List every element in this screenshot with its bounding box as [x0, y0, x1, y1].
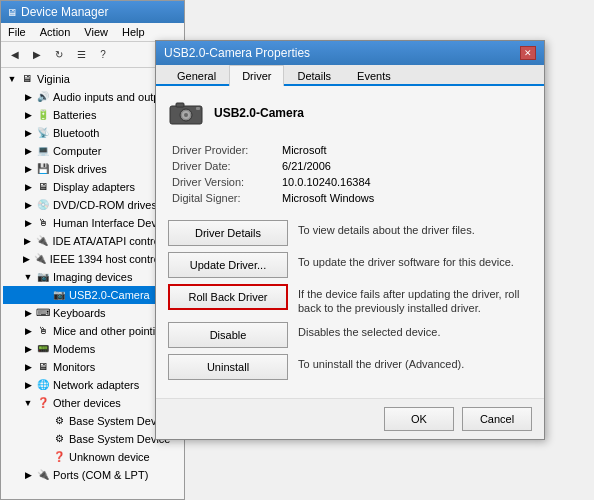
info-table: Driver Provider: Microsoft Driver Date: … [168, 142, 532, 206]
tree-comp-icon: 💻 [35, 143, 51, 159]
tree-cam-icon: 📷 [51, 287, 67, 303]
tree-comp-expand[interactable]: ▶ [21, 143, 35, 159]
btn-row-roll-back: Roll Back Driver If the device fails aft… [168, 284, 532, 316]
roll-back-driver-button[interactable]: Roll Back Driver [168, 284, 288, 310]
update-driver-button[interactable]: Update Driver... [168, 252, 288, 278]
tree-ide-icon: 🔌 [34, 233, 50, 249]
toolbar-back[interactable]: ◀ [5, 45, 25, 65]
info-label-provider: Driver Provider: [168, 142, 278, 158]
tree-other-icon: ❓ [35, 395, 51, 411]
tree-unknown[interactable]: ▶ ❓ Unknown device [3, 448, 182, 466]
tree-bt-label: Bluetooth [53, 125, 99, 141]
tree-disp-label: Display adapters [53, 179, 135, 195]
tree-modem-label: Modems [53, 341, 95, 357]
disable-button[interactable]: Disable [168, 322, 288, 348]
tree-hid-icon: 🖱 [35, 215, 51, 231]
tree-ide-expand[interactable]: ▶ [21, 233, 34, 249]
camera-svg-icon [168, 98, 204, 128]
tab-general[interactable]: General [164, 65, 229, 86]
dialog-close-button[interactable]: ✕ [520, 46, 536, 60]
dialog-footer: OK Cancel [156, 398, 544, 439]
menu-help[interactable]: Help [119, 25, 148, 39]
info-row-signer: Digital Signer: Microsoft Windows [168, 190, 532, 206]
tree-bsd1-icon: ⚙ [51, 413, 67, 429]
update-driver-desc: To update the driver software for this d… [298, 252, 532, 269]
svg-rect-5 [196, 107, 200, 110]
tree-audio-expand[interactable]: ▶ [21, 89, 35, 105]
driver-details-desc: To view details about the driver files. [298, 220, 532, 237]
btn-row-uninstall: Uninstall To uninstall the driver (Advan… [168, 354, 532, 380]
tree-kb-icon: ⌨ [35, 305, 51, 321]
uninstall-desc: To uninstall the driver (Advanced). [298, 354, 532, 371]
tree-dvd-label: DVD/CD-ROM drives [53, 197, 157, 213]
tree-mon-label: Monitors [53, 359, 95, 375]
tree-root-expand[interactable]: ▼ [5, 71, 19, 87]
info-label-version: Driver Version: [168, 174, 278, 190]
tab-events[interactable]: Events [344, 65, 404, 86]
tree-other-expand[interactable]: ▼ [21, 395, 35, 411]
svg-point-3 [184, 113, 188, 117]
tree-unk-icon: ❓ [51, 449, 67, 465]
tree-kb-label: Keyboards [53, 305, 106, 321]
btn-row-update-driver: Update Driver... To update the driver so… [168, 252, 532, 278]
svg-rect-4 [176, 103, 184, 107]
dialog-titlebar: USB2.0-Camera Properties ✕ [156, 41, 544, 65]
ok-button[interactable]: OK [384, 407, 454, 431]
tree-mon-icon: 🖥 [35, 359, 51, 375]
tree-hid-expand[interactable]: ▶ [21, 215, 35, 231]
menu-action[interactable]: Action [37, 25, 74, 39]
toolbar-help[interactable]: ? [93, 45, 113, 65]
tree-img-label: Imaging devices [53, 269, 133, 285]
info-value-signer: Microsoft Windows [278, 190, 532, 206]
menu-view[interactable]: View [81, 25, 111, 39]
properties-dialog: USB2.0-Camera Properties ✕ General Drive… [155, 40, 545, 440]
tree-audio-icon: 🔊 [35, 89, 51, 105]
btn-row-driver-details: Driver Details To view details about the… [168, 220, 532, 246]
tree-disk-expand[interactable]: ▶ [21, 161, 35, 177]
info-value-version: 10.0.10240.16384 [278, 174, 532, 190]
tree-dvd-expand[interactable]: ▶ [21, 197, 35, 213]
tree-ports-label: Ports (COM & LPT) [53, 467, 148, 483]
tree-unk-label: Unknown device [69, 449, 150, 465]
tree-bat-expand[interactable]: ▶ [21, 107, 35, 123]
dm-title-icon: 🖥 [7, 7, 17, 18]
info-row-date: Driver Date: 6/21/2006 [168, 158, 532, 174]
tree-root-label: Viginia [37, 71, 70, 87]
tree-bsd2-icon: ⚙ [51, 431, 67, 447]
tree-ports-icon: 🔌 [35, 467, 51, 483]
tree-mon-expand[interactable]: ▶ [21, 359, 35, 375]
info-row-version: Driver Version: 10.0.10240.16384 [168, 174, 532, 190]
tree-net-icon: 🌐 [35, 377, 51, 393]
tree-disk-label: Disk drives [53, 161, 107, 177]
tab-details[interactable]: Details [284, 65, 344, 86]
toolbar-props[interactable]: ☰ [71, 45, 91, 65]
tree-bt-expand[interactable]: ▶ [21, 125, 35, 141]
tree-img-expand[interactable]: ▼ [21, 269, 35, 285]
device-name: USB2.0-Camera [214, 106, 304, 120]
tree-mice-expand[interactable]: ▶ [21, 323, 35, 339]
tree-comp-label: Computer [53, 143, 101, 159]
driver-details-button[interactable]: Driver Details [168, 220, 288, 246]
tree-ports[interactable]: ▶ 🔌 Ports (COM & LPT) [3, 466, 182, 484]
tree-disk-icon: 💾 [35, 161, 51, 177]
uninstall-button[interactable]: Uninstall [168, 354, 288, 380]
tree-mice-icon: 🖱 [35, 323, 51, 339]
tree-ports-expand[interactable]: ▶ [21, 467, 35, 483]
cancel-button[interactable]: Cancel [462, 407, 532, 431]
toolbar-fwd[interactable]: ▶ [27, 45, 47, 65]
toolbar-refresh[interactable]: ↻ [49, 45, 69, 65]
info-label-date: Driver Date: [168, 158, 278, 174]
tree-modem-expand[interactable]: ▶ [21, 341, 35, 357]
tree-kb-expand[interactable]: ▶ [21, 305, 35, 321]
tree-ieee-expand[interactable]: ▶ [21, 251, 32, 267]
tree-bt-icon: 📡 [35, 125, 51, 141]
tree-disp-expand[interactable]: ▶ [21, 179, 35, 195]
tree-ieee-icon: 🔌 [32, 251, 48, 267]
tree-modem-icon: 📟 [35, 341, 51, 357]
menu-file[interactable]: File [5, 25, 29, 39]
tab-driver[interactable]: Driver [229, 65, 284, 86]
dialog-title: USB2.0-Camera Properties [164, 46, 310, 60]
tree-img-icon: 📷 [35, 269, 51, 285]
tree-net-expand[interactable]: ▶ [21, 377, 35, 393]
tree-net-label: Network adapters [53, 377, 139, 393]
